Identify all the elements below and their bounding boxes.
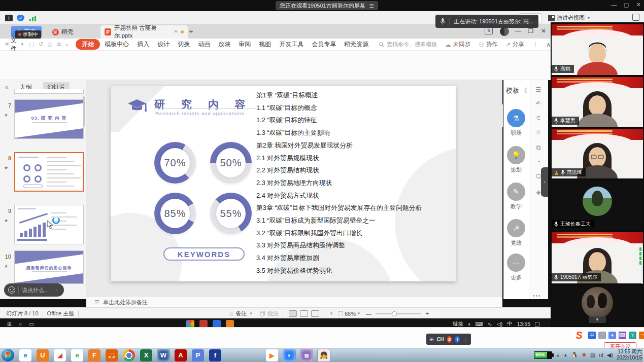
foxmail-icon[interactable]: F [88,349,100,361]
undo-icon[interactable]: ↺ [39,41,43,48]
close-icon[interactable]: ✕ [634,2,642,8]
template-category-4[interactable]: ☭ 党政 [506,219,526,247]
zoom-out-button[interactable]: — [366,311,371,317]
ime-help-icon[interactable]: ? [455,336,460,343]
wps-document-tab[interactable]: P 开题答辩 古丽努尔.pptx ⚑ [100,25,188,39]
balance-icon[interactable]: ⇅ [485,27,493,34]
collapse-ribbon-icon[interactable]: ∧ [547,41,551,48]
preview-icon[interactable]: ⧉ [57,41,61,48]
sync-status[interactable]: ☁未同步 [445,41,470,48]
maximize-icon[interactable]: ▢ [622,2,630,8]
participant-tile-高鹤[interactable]: 高鹤 [552,24,643,75]
fit-icon[interactable]: ⛶ [338,310,343,317]
slide-8[interactable]: 研 究 内 容 Research results and application… [111,86,456,281]
collapse-chat-icon[interactable]: ‹ [55,287,57,293]
collaborate-button[interactable]: ⚇协作 [479,41,497,48]
menu-tab-8[interactable]: 视图 [255,39,275,50]
chrome-icon[interactable] [123,349,135,361]
template-category-3[interactable]: ✎ 教学 [506,183,526,210]
print-icon[interactable]: ⎙ [48,41,52,48]
ime-mic-icon[interactable]: ♦ [608,332,616,339]
ime-cn-icon[interactable]: 中 [588,332,596,339]
new-tab-button[interactable]: + [189,27,193,35]
slide-thumbnail-10[interactable]: 感谢老师们的悉心指导 [14,250,84,284]
normal-view-icon[interactable] [289,310,297,317]
command-search[interactable]: 查找命令、搜索模板 [379,41,437,48]
security-tray-icon[interactable]: ❖ [582,352,587,358]
rail-help-icon[interactable]: ◔ [534,158,543,165]
zoom-slider-knob[interactable] [392,311,397,316]
uc-browser-icon[interactable]: U [37,349,49,361]
share-banner-menu-icon[interactable]: ☰ [369,3,374,9]
minimize-icon[interactable]: — [610,2,618,8]
view-mode-dropdown[interactable]: 演讲者视图 ▼ [548,13,591,22]
ime-skin-icon[interactable]: Y [629,332,636,339]
doll-app-icon[interactable]: 👧 [318,349,330,361]
360-safe-icon[interactable]: ◢ [54,349,66,361]
participants-scrollbar[interactable] [641,243,643,284]
winrar-icon[interactable]: ⧈ [300,349,313,361]
menu-tab-2[interactable]: 插入 [133,39,153,50]
template-panel-header[interactable]: 模板《 [504,86,529,95]
chevron-down-icon[interactable]: ▼ [589,316,606,323]
sogou-logo-icon[interactable]: S [447,336,452,343]
start-button[interactable] [2,349,14,361]
rail-copy-icon[interactable]: ⧉ [534,144,543,151]
menu-tab-7[interactable]: 审阅 [235,39,254,50]
participant-tile-190501古丽努尔[interactable]: 190501古丽努尔 [552,232,643,283]
network-signal-icon[interactable]: ııl [599,352,603,358]
sogou-toolbar[interactable]: S 中 ' ♦ ⌨ Y ⁙ [572,329,644,342]
word-icon[interactable]: W [157,349,170,361]
taskbar-clock[interactable]: 13:55 周六 2022/10/15 [617,349,642,361]
ime-tools-icon[interactable]: ⁙ [639,332,644,339]
wps-close-icon[interactable]: ✕ [539,27,548,34]
qq-penguin-icon[interactable]: 🐧 [571,352,578,358]
flash-icon[interactable]: f [209,349,221,361]
save-icon[interactable]: ▢ [29,41,34,48]
participant-tile-hidden[interactable]: ▼ [552,285,643,326]
template-category-5[interactable]: ⋯ 更多 [506,254,526,281]
update-tray-icon[interactable]: ▤ [590,352,595,358]
360-browser-icon[interactable]: e [71,349,83,361]
sogou-s-logo[interactable]: S [572,329,586,342]
rail-star-icon[interactable]: ☆ [534,129,543,136]
excel-icon[interactable]: X [140,349,152,361]
template-category-1[interactable]: ⚗ 职场 [506,109,526,137]
zoom-slider[interactable] [376,313,421,314]
participant-tile-范思琦[interactable]: 范思琦 [552,129,643,178]
notes-bar[interactable]: ☰ 单击此处添加备注 [86,297,502,307]
ime-more-icon[interactable]: ⋮ [463,337,468,342]
battery-indicator[interactable]: 69% [534,351,552,359]
tray-expand-icon[interactable]: ▲ [563,353,567,357]
wps-restore-icon[interactable]: ❐ [526,27,535,34]
slide-thumbnail-7[interactable]: 03. 研 究 内 容 [14,99,84,139]
more-menu-icon[interactable]: ⋮ [532,41,538,48]
reading-view-icon[interactable] [311,310,319,317]
chat-quick-input[interactable]: 说点什么... ‹ [4,283,64,297]
flag-icon[interactable]: ⚑ [174,29,178,34]
rail-more-dots[interactable]: ••• [533,293,541,299]
panel-expand-handle[interactable]: › [541,167,548,197]
account-avatar[interactable] [500,27,509,36]
volume-icon[interactable]: ◀) [607,352,613,358]
comments-toggle[interactable]: 🗍批注 [260,310,279,317]
foxit-pdf-icon[interactable]: P [192,349,204,361]
zoom-level[interactable]: 66% [345,311,356,317]
tencent-meeting-icon[interactable]: ◗ [283,349,295,361]
wps-store-tab[interactable]: 稻 稻壳 [48,26,88,38]
collapse-panel-icon[interactable]: « [5,84,9,91]
adobe-reader-icon[interactable]: A [175,349,187,361]
zoom-in-button[interactable]: + [425,310,429,317]
menu-tab-4[interactable]: 切换 [174,39,193,50]
menu-tab-5[interactable]: 动画 [194,39,214,50]
share-button[interactable]: ↗分享 [505,41,524,48]
ime-punct-icon[interactable]: ' [598,332,606,339]
rail-sign-icon[interactable]: ✍ [534,99,543,106]
firefox-icon[interactable]: 🦊 [106,349,118,361]
notes-toggle[interactable]: ≣备注▼ [229,310,253,317]
menu-tab-3[interactable]: 设计 [154,39,173,50]
template-category-2[interactable]: 💡 策划 [506,146,526,174]
participant-tile-李慧男[interactable]: 李慧男 [552,77,643,127]
chevron-down-icon[interactable]: ▼ [329,311,333,316]
wps-minimize-icon[interactable]: — [514,27,523,34]
